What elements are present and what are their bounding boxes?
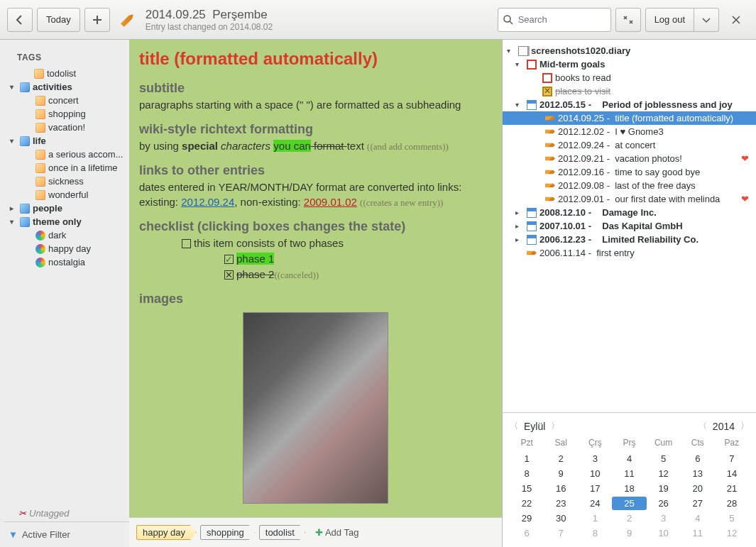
calendar-day[interactable]: 13 <box>681 467 715 480</box>
tree-entry[interactable]: 2012.09.16 - time to say good bye <box>503 165 756 179</box>
tag-item[interactable]: dark <box>4 228 129 242</box>
today-button[interactable]: Today <box>37 8 80 32</box>
calendar-day[interactable]: 9 <box>612 526 646 540</box>
calendar-day[interactable]: 3 <box>578 452 612 465</box>
tag-item[interactable]: nostalgia <box>4 255 129 269</box>
calendar-day[interactable]: 25 <box>612 497 646 510</box>
active-filter[interactable]: ▼ Active Filter <box>4 521 129 547</box>
tree-midterm[interactable]: ▾Mid-term goals <box>503 57 756 71</box>
logout-button[interactable]: Log out <box>645 8 694 32</box>
checkbox-icon[interactable] <box>182 239 191 248</box>
calendar-day[interactable]: 8 <box>510 467 544 480</box>
tag-group-life[interactable]: ▾life <box>4 134 129 148</box>
calendar-day[interactable]: 27 <box>681 497 715 510</box>
close-button[interactable] <box>723 8 749 32</box>
calendar-day[interactable]: 1 <box>578 512 612 525</box>
calendar-day[interactable]: 3 <box>647 512 681 525</box>
tree-entry[interactable]: 2012.09.08 - last of the free days <box>503 179 756 192</box>
calendar-day[interactable]: 11 <box>681 526 715 540</box>
tree-first[interactable]: 2006.11.14 - first entry <box>503 246 756 260</box>
link-nonexisting[interactable]: 2009.01.02 <box>304 196 357 208</box>
calendar-day[interactable]: 12 <box>647 467 681 480</box>
calendar-day[interactable]: 7 <box>715 452 749 465</box>
tree-collapsed[interactable]: ▸2008.12.10 - Damage Inc. <box>503 206 756 219</box>
tag-group-people[interactable]: ▸people <box>4 201 129 215</box>
tag-group-todolist[interactable]: todolist <box>4 67 129 80</box>
add-tag-button[interactable]: ✚ Add Tag <box>315 527 358 538</box>
logout-menu-button[interactable] <box>694 8 719 32</box>
calendar-day[interactable]: 5 <box>647 452 681 465</box>
tag-item[interactable]: happy day <box>4 242 129 255</box>
check-item-2[interactable]: phase 1 <box>139 251 492 267</box>
tag-item[interactable]: concert <box>4 94 129 107</box>
tag-chip[interactable]: shopping <box>200 525 255 540</box>
tree-entry[interactable]: 2014.09.25 - title (formatted automatica… <box>503 111 756 125</box>
tag-chip[interactable]: happy day <box>136 525 196 540</box>
tag-item[interactable]: shopping <box>4 107 129 121</box>
calendar-day[interactable]: 15 <box>510 482 544 495</box>
calendar-day[interactable]: 16 <box>544 482 578 495</box>
tree-entry[interactable]: 2012.09.01 - our first date with melinda… <box>503 192 756 206</box>
tag-group-activities[interactable]: ▾activities <box>4 80 129 94</box>
tag-item[interactable]: wonderful <box>4 188 129 201</box>
calendar-day[interactable]: 4 <box>681 512 715 525</box>
calendar-day[interactable]: 17 <box>578 482 612 495</box>
calendar-day[interactable]: 23 <box>544 497 578 510</box>
prev-month-button[interactable]: 〈 <box>510 420 518 432</box>
calendar-day[interactable]: 2 <box>612 512 646 525</box>
calendar-day[interactable]: 4 <box>612 452 646 465</box>
editor[interactable]: title (formatted automatically) subtitle… <box>129 40 502 517</box>
next-year-button[interactable]: 〉 <box>740 420 749 432</box>
calendar-day[interactable]: 21 <box>715 482 749 495</box>
calendar-day[interactable]: 12 <box>715 526 749 540</box>
tag-item[interactable]: vacation! <box>4 121 129 134</box>
calendar-day[interactable]: 10 <box>578 467 612 480</box>
tag-chip[interactable]: todolist <box>259 525 305 540</box>
calendar-day[interactable]: 18 <box>612 482 646 495</box>
calendar-day[interactable]: 6 <box>510 526 544 540</box>
tree-collapsed[interactable]: ▸2006.12.23 - Limited Reliability Co. <box>503 233 756 246</box>
calendar-day[interactable]: 5 <box>715 512 749 525</box>
tree-collapsed[interactable]: ▸2007.10.01 - Das Kapital GmbH <box>503 219 756 233</box>
tree-period[interactable]: ▾2012.05.15 - Period of joblessness and … <box>503 98 756 111</box>
calendar-day[interactable]: 10 <box>647 526 681 540</box>
tree-root[interactable]: ▾screenshots1020.diary <box>503 44 756 57</box>
calendar-day[interactable]: 24 <box>578 497 612 510</box>
calendar-day[interactable]: 11 <box>612 467 646 480</box>
calendar-day[interactable]: 9 <box>544 467 578 480</box>
next-month-button[interactable]: 〉 <box>551 420 559 432</box>
calendar-day[interactable]: 26 <box>647 497 681 510</box>
calendar-day[interactable]: 6 <box>681 452 715 465</box>
tag-item[interactable]: sickness <box>4 175 129 188</box>
calendar-day[interactable]: 8 <box>578 526 612 540</box>
checkbox-crossed-icon[interactable] <box>224 270 234 280</box>
settings-button[interactable] <box>615 8 641 32</box>
tree-places[interactable]: places to visit <box>503 84 756 98</box>
back-button[interactable] <box>7 8 33 32</box>
untagged-item[interactable]: ✂ Untagged <box>4 502 129 521</box>
tree-books[interactable]: books to read <box>503 71 756 84</box>
calendar-day[interactable]: 14 <box>715 467 749 480</box>
link-existing[interactable]: 2012.09.24 <box>181 196 234 208</box>
tree-entry[interactable]: 2012.09.21 - vacation photos!❤ <box>503 152 756 165</box>
check-item-1[interactable]: this item consists of two phases <box>139 236 492 251</box>
tree-entry[interactable]: 2012.12.02 - I ♥ Gnome3 <box>503 125 756 138</box>
tag-item[interactable]: once in a lifetime <box>4 161 129 175</box>
calendar-day[interactable]: 20 <box>681 482 715 495</box>
new-entry-button[interactable] <box>84 8 110 32</box>
prev-year-button[interactable]: 〈 <box>699 420 707 432</box>
tree-entry[interactable]: 2012.09.24 - at concert <box>503 138 756 152</box>
calendar-day[interactable]: 29 <box>510 512 544 525</box>
calendar-day[interactable]: 2 <box>544 452 578 465</box>
calendar-day[interactable]: 30 <box>544 512 578 525</box>
calendar-day[interactable]: 28 <box>715 497 749 510</box>
calendar-day[interactable]: 1 <box>510 452 544 465</box>
check-item-3[interactable]: phase 2((canceled)) <box>139 267 492 282</box>
tag-group-theme only[interactable]: ▾theme only <box>4 215 129 228</box>
tag-item[interactable]: a serious accom... <box>4 148 129 161</box>
calendar-day[interactable]: 22 <box>510 497 544 510</box>
calendar-day[interactable]: 7 <box>544 526 578 540</box>
calendar-day[interactable]: 19 <box>647 482 681 495</box>
checkbox-checked-icon[interactable] <box>224 255 234 264</box>
search-input[interactable] <box>498 8 611 32</box>
